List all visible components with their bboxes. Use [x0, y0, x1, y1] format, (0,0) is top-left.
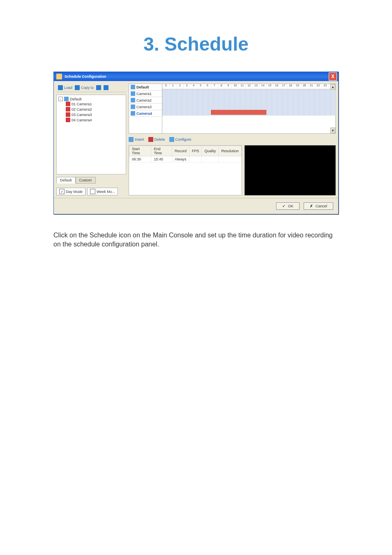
tab-default[interactable]: Default: [56, 177, 76, 183]
weekmode-label: Week Mo...: [97, 190, 115, 194]
tree-item[interactable]: 02 Camera2: [66, 107, 124, 112]
hour-tick: 1: [169, 84, 176, 89]
camera-icon: [131, 98, 135, 102]
camera-icon: [66, 107, 70, 111]
cell-resolution: [219, 156, 242, 163]
hour-tick: 22: [315, 84, 322, 89]
hour-tick: 7: [211, 84, 218, 89]
copyto-button[interactable]: Copy to: [75, 85, 94, 90]
configure-label: Configure: [175, 137, 191, 142]
cell-start: 06:30: [129, 156, 151, 163]
cell-record: Always: [172, 156, 189, 163]
camera-label: Camera3: [136, 105, 152, 109]
tree-root[interactable]: - Default: [58, 97, 124, 101]
camera-tree[interactable]: - Default 01 Camera1 02 Camera2 03 Camer…: [56, 95, 126, 174]
check-icon: ✓: [282, 204, 286, 208]
configure-icon: [169, 137, 174, 142]
toolbar-icon[interactable]: [104, 85, 108, 90]
table-row[interactable]: 06:30 15:45 Always: [129, 156, 242, 163]
app-icon: [56, 74, 62, 79]
daymode-label: Day Mode: [66, 190, 83, 194]
tree-item-label: 04 Camera4: [71, 118, 92, 122]
tree-item-label: 03 Camera3: [71, 113, 92, 117]
ok-button[interactable]: ✓ OK: [276, 202, 300, 210]
delete-button[interactable]: Delete: [148, 137, 165, 142]
insert-label: Insert: [135, 137, 144, 142]
camera-icon: [66, 112, 70, 117]
cancel-label: Cancel: [316, 204, 327, 208]
hour-tick: 11: [238, 84, 245, 89]
timeline-hours: 0 1 2 3 4 5 6 7 8 9 10 11 12: [162, 84, 335, 89]
hour-tick: 2: [176, 84, 183, 89]
camera-row-selected[interactable]: Camera4: [129, 110, 162, 117]
camera-icon: [66, 102, 70, 106]
timeline-row-active[interactable]: [162, 109, 335, 116]
load-button[interactable]: Load: [58, 85, 72, 90]
camera-row[interactable]: Camera1: [129, 91, 162, 97]
scroll-up-icon[interactable]: ▲: [330, 84, 335, 90]
copyto-label: Copy to: [81, 86, 94, 90]
segment-table[interactable]: Start Time End Time Record FPS Quality R…: [129, 145, 242, 195]
camera-icon: [131, 111, 135, 116]
hour-tick: 4: [190, 84, 197, 89]
daymode-checkbox[interactable]: ✓ Day Mode: [56, 188, 85, 195]
minus-icon[interactable]: -: [58, 97, 63, 101]
camera-label: Camera1: [136, 92, 152, 96]
scroll-down-icon[interactable]: ▼: [330, 128, 335, 133]
camera-list: Default Camera1 Camera2 Camera3 Camera4: [129, 84, 162, 133]
hour-tick: 15: [266, 84, 273, 89]
camera-icon: [131, 91, 135, 96]
hour-tick: 16: [273, 84, 280, 89]
hour-tick: 18: [287, 84, 294, 89]
hour-tick: 6: [204, 84, 211, 89]
schedule-segment[interactable]: [211, 110, 266, 115]
camera-label: Camera2: [136, 98, 152, 102]
hour-tick: 10: [231, 84, 238, 89]
tree-item[interactable]: 03 Camera3: [66, 112, 124, 117]
tree-item[interactable]: 01 Camera1: [66, 101, 124, 107]
copy-icon: [75, 85, 80, 90]
timeline-scroll[interactable]: ▲ ▼: [330, 84, 335, 133]
hour-tick: 13: [252, 84, 259, 89]
hour-tick: 3: [183, 84, 190, 89]
hour-tick: 14: [259, 84, 266, 89]
dialog-title: Schedule Configuration: [65, 74, 329, 79]
hour-tick: 12: [245, 84, 252, 89]
tab-bar: Default Custom: [56, 177, 126, 183]
tab-custom[interactable]: Custom: [76, 177, 96, 183]
tree-root-label: Default: [70, 97, 82, 101]
col-quality[interactable]: Quality: [202, 146, 219, 156]
camera-row[interactable]: Camera3: [129, 104, 162, 110]
col-record[interactable]: Record: [172, 146, 189, 156]
delete-icon: [148, 137, 153, 142]
col-start[interactable]: Start Time: [129, 146, 151, 156]
toolbar-icon[interactable]: [96, 85, 101, 90]
camera-icon: [131, 104, 135, 109]
hour-tick: 5: [197, 84, 204, 89]
timeline[interactable]: 0 1 2 3 4 5 6 7 8 9 10 11 12: [162, 84, 335, 133]
cell-quality: [202, 156, 219, 163]
tree-item[interactable]: 04 Camera4: [66, 117, 124, 123]
configure-button[interactable]: Configure: [169, 137, 191, 142]
folder-icon: [64, 97, 69, 101]
cancel-button[interactable]: ✗ Cancel: [304, 202, 333, 210]
tree-item-label: 02 Camera2: [71, 107, 92, 111]
camera-list-header[interactable]: Default: [129, 84, 162, 91]
timeline-row[interactable]: [162, 102, 335, 109]
preview-pane: [244, 145, 336, 195]
col-resolution[interactable]: Resolution: [219, 146, 242, 156]
timeline-row[interactable]: [162, 96, 335, 102]
col-end[interactable]: End Time: [151, 146, 172, 156]
left-toolbar: Load Copy to: [56, 84, 126, 92]
weekmode-checkbox[interactable]: Week Mo...: [87, 188, 118, 195]
ok-label: OK: [288, 204, 293, 208]
col-fps[interactable]: FPS: [189, 146, 202, 156]
close-icon[interactable]: X: [329, 72, 337, 81]
camera-list-title: Default: [136, 85, 149, 89]
camera-row[interactable]: Camera2: [129, 97, 162, 104]
camera-icon: [66, 118, 70, 122]
hour-tick: 19: [294, 84, 301, 89]
timeline-row[interactable]: [162, 89, 335, 96]
hour-tick: 8: [218, 84, 225, 89]
insert-button[interactable]: Insert: [129, 137, 144, 142]
